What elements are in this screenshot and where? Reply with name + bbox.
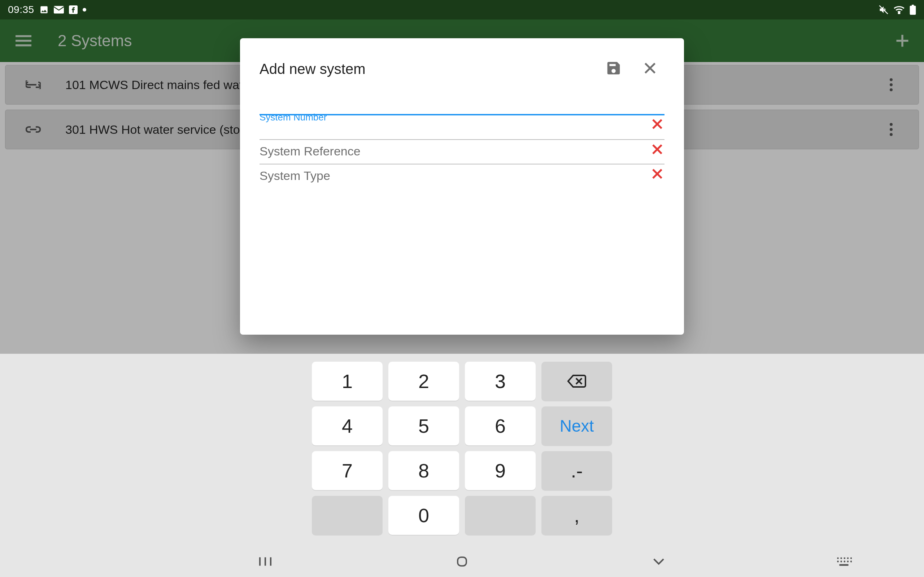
svg-rect-31 — [458, 557, 466, 566]
key-8[interactable]: 8 — [388, 451, 459, 490]
svg-rect-4 — [910, 6, 916, 15]
android-recents-button[interactable] — [253, 554, 278, 569]
clear-button[interactable] — [650, 117, 664, 131]
key-6[interactable]: 6 — [465, 406, 536, 445]
key-next[interactable]: Next — [541, 406, 612, 445]
svg-rect-5 — [912, 5, 914, 6]
field-label: System Type — [260, 169, 330, 183]
key-7[interactable]: 7 — [312, 451, 383, 490]
key-9[interactable]: 9 — [465, 451, 536, 490]
key-dot-minus[interactable]: .- — [541, 451, 612, 490]
svg-point-33 — [840, 557, 842, 559]
key-blank-left[interactable] — [312, 496, 383, 535]
wifi-icon — [894, 5, 905, 14]
image-icon — [39, 5, 49, 15]
clear-button[interactable] — [650, 142, 664, 156]
system-type-field[interactable]: System Type — [260, 164, 664, 164]
system-reference-field[interactable]: System Reference — [260, 139, 664, 140]
key-3[interactable]: 3 — [465, 362, 536, 401]
numeric-keyboard: 1 2 3 4 5 6 Next 7 8 9 .- 0 , — [0, 354, 924, 577]
svg-point-37 — [837, 561, 839, 562]
save-button[interactable] — [605, 60, 627, 78]
notification-dot-icon — [82, 8, 86, 11]
battery-icon — [909, 5, 916, 15]
key-backspace[interactable] — [541, 362, 612, 401]
svg-point-39 — [843, 561, 845, 562]
svg-point-32 — [837, 557, 839, 559]
svg-point-40 — [847, 561, 849, 562]
key-1[interactable]: 1 — [312, 362, 383, 401]
key-blank-right[interactable] — [465, 496, 536, 535]
status-time: 09:35 — [8, 4, 34, 16]
add-system-dialog: Add new system System Number System Refe… — [240, 38, 684, 335]
mail-icon — [54, 6, 64, 14]
key-5[interactable]: 5 — [388, 406, 459, 445]
android-back-button[interactable] — [646, 554, 671, 569]
key-4[interactable]: 4 — [312, 406, 383, 445]
svg-point-36 — [850, 557, 852, 559]
svg-point-35 — [847, 557, 849, 559]
field-label: System Number — [260, 112, 327, 123]
svg-point-41 — [850, 561, 852, 562]
android-statusbar: 09:35 — [0, 0, 924, 19]
facebook-icon — [69, 5, 78, 14]
svg-rect-42 — [839, 564, 848, 566]
close-button[interactable] — [643, 61, 664, 77]
key-0[interactable]: 0 — [388, 496, 459, 535]
key-comma[interactable]: , — [541, 496, 612, 535]
android-home-button[interactable] — [449, 554, 475, 569]
key-2[interactable]: 2 — [388, 362, 459, 401]
keyboard-toggle-icon[interactable] — [836, 556, 852, 568]
dialog-title: Add new system — [260, 61, 365, 77]
svg-point-3 — [898, 13, 900, 14]
system-number-field[interactable]: System Number — [260, 114, 664, 115]
svg-point-34 — [843, 557, 845, 559]
mute-icon — [879, 5, 888, 15]
field-label: System Reference — [260, 144, 360, 158]
clear-button[interactable] — [650, 167, 664, 181]
svg-point-38 — [840, 561, 842, 562]
